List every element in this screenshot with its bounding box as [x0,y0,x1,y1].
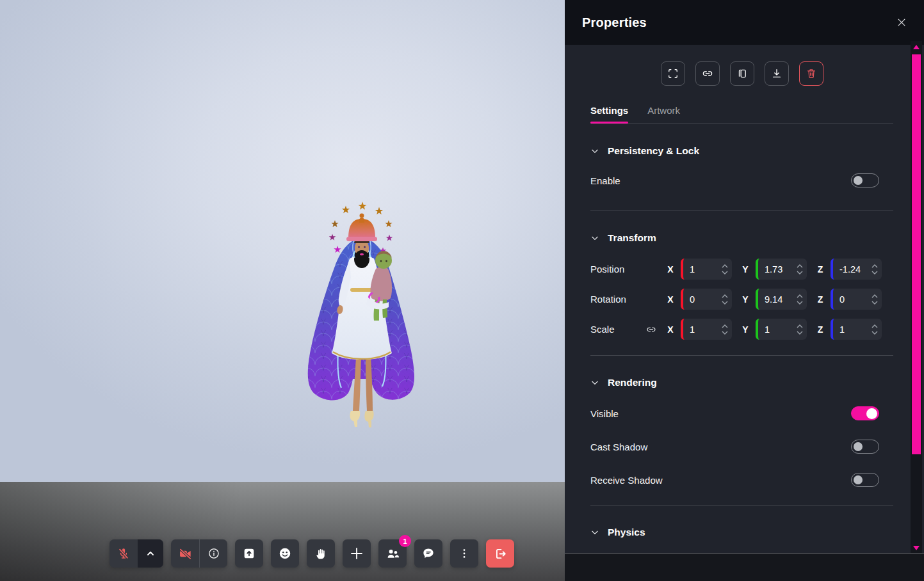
axis-y-label: Y [741,294,750,305]
axis-z-label: Z [816,294,825,305]
share-upload-button[interactable] [235,539,263,568]
camera-info-button[interactable] [199,539,227,568]
add-object-button[interactable] [343,539,371,568]
cast-shadow-toggle[interactable] [851,440,879,454]
chat-icon [421,546,435,561]
axis-x-label: X [666,324,675,335]
participants-button[interactable]: 1 [378,539,407,568]
tab-artwork[interactable]: Artwork [647,105,680,123]
position-y-field [756,259,807,280]
scale-z-field [831,319,882,340]
upload-box-icon [242,546,256,561]
panel-body: Settings Artwork Persistency & Lock Enab… [565,45,924,553]
participants-badge: 1 [399,535,411,547]
rotation-z-field [831,289,882,310]
section-transform[interactable]: Transform [590,211,893,244]
scroll-up-arrow[interactable] [913,45,920,49]
visible-toggle[interactable] [851,406,879,420]
copy-button[interactable] [730,61,754,86]
copy-icon [736,67,749,80]
section-title: Transform [608,232,656,244]
scale-label: Scale [590,324,645,335]
enable-label: Enable [590,175,620,186]
meeting-toolbar: 1 [109,539,514,568]
axis-y-label: Y [741,324,750,335]
stepper-arrows[interactable] [797,259,803,280]
section-persistency-lock[interactable]: Persistency & Lock [590,124,893,157]
close-icon[interactable] [896,17,907,28]
participants-icon [385,546,400,561]
mic-muted-icon [117,546,131,561]
axis-x-label: X [666,264,675,275]
stepper-arrows[interactable] [797,289,803,310]
link-button[interactable] [695,61,720,86]
scrollbar-thumb[interactable] [912,54,921,454]
chevron-up-icon [145,548,156,559]
focus-icon [667,67,679,80]
mic-options-button[interactable] [138,539,163,568]
rotation-label: Rotation [590,294,645,305]
delete-button[interactable] [799,61,823,86]
rotation-x-field [681,289,732,310]
receive-shadow-label: Receive Shadow [590,475,663,486]
panel-scrollbar[interactable] [911,41,922,553]
scale-x-field [681,319,732,340]
position-label: Position [590,264,645,275]
scroll-down-arrow[interactable] [913,546,920,550]
enable-row: Enable [590,173,893,187]
stepper-arrows[interactable] [722,259,728,280]
section-title: Persistency & Lock [608,145,699,157]
cast-shadow-label: Cast Shadow [590,442,647,452]
section-rendering[interactable]: Rendering [590,356,893,388]
trash-icon [805,67,818,80]
position-x-field [681,259,732,280]
chevron-down-icon [590,147,599,155]
raise-hand-button[interactable] [307,539,335,568]
axis-z-label: Z [816,264,825,275]
stepper-arrows[interactable] [871,289,878,310]
info-icon [207,547,220,560]
stepper-arrows[interactable] [722,319,728,340]
more-options-button[interactable] [450,539,478,568]
scale-link-icon[interactable] [645,324,657,335]
section-physics[interactable]: Physics [590,505,893,538]
tab-settings[interactable]: Settings [590,105,628,123]
plus-icon [349,546,364,561]
receive-shadow-toggle[interactable] [851,473,879,487]
stepper-arrows[interactable] [797,319,803,340]
cast-shadow-row: Cast Shadow [590,440,893,454]
panel-footer [565,553,924,581]
raise-hand-icon [314,547,328,561]
emoji-button[interactable] [271,539,299,568]
chat-button[interactable] [414,539,442,568]
statue-3d-model[interactable] [282,192,435,435]
visible-row: Visible [590,406,893,420]
rotation-y-field [756,289,807,310]
viewport-3d[interactable]: 1 [0,0,565,581]
position-row: Position X Y [590,259,893,280]
panel-header: Properties [565,0,924,45]
object-actions [590,61,893,86]
panel-tabs: Settings Artwork [590,105,893,123]
receive-shadow-row: Receive Shadow [590,473,893,487]
stepper-arrows[interactable] [871,259,878,280]
focus-button[interactable] [661,61,685,86]
properties-panel: Properties [565,0,924,581]
smiley-icon [278,546,292,561]
download-button[interactable] [765,61,789,86]
kebab-menu-icon [458,547,471,560]
axis-z-label: Z [816,324,825,335]
chevron-down-icon [590,234,599,243]
camera-button-group [171,539,227,568]
leave-button[interactable] [486,539,514,568]
stepper-arrows[interactable] [722,289,728,310]
stepper-arrows[interactable] [871,319,878,340]
axis-x-label: X [666,294,675,305]
chevron-down-icon [590,378,599,387]
app-window: 1 [0,0,924,581]
camera-off-button[interactable] [171,539,199,568]
camera-off-icon [178,546,193,561]
enable-toggle[interactable] [851,173,879,187]
axis-y-label: Y [741,264,750,275]
mic-mute-button[interactable] [109,539,138,568]
